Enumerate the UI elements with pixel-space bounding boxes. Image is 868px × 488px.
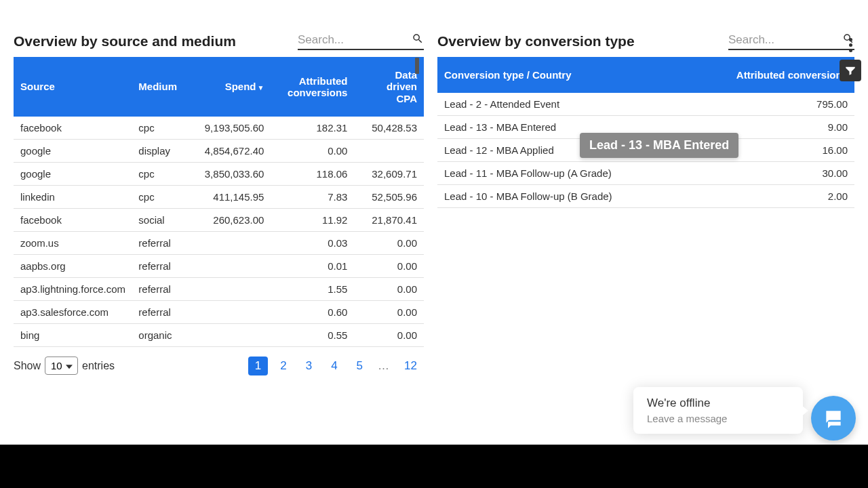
row-tooltip: Lead - 13 - MBA Entered bbox=[580, 133, 738, 158]
search-icon[interactable] bbox=[412, 33, 424, 47]
cell-attr: 7.83 bbox=[271, 185, 354, 208]
chat-fab[interactable] bbox=[811, 396, 856, 441]
table-row[interactable]: facebook social 260,623.00 11.92 21,870.… bbox=[14, 208, 424, 231]
cell-spend bbox=[195, 300, 271, 323]
cell-spend bbox=[195, 231, 271, 254]
panel-conversion-type: Overview by conversion type Conversion t… bbox=[437, 33, 854, 375]
cell-medium: referral bbox=[132, 254, 194, 277]
table-row[interactable]: Lead - 10 - MBA Follow-up (B Grade) 2.00 bbox=[437, 185, 854, 208]
pagination: 1 2 3 4 5 … 12 bbox=[248, 357, 424, 375]
cell-spend: 411,145.95 bbox=[195, 185, 271, 208]
page-1[interactable]: 1 bbox=[248, 357, 268, 375]
cell-source: aapbs.org bbox=[14, 254, 132, 277]
cell-cpa: 0.00 bbox=[354, 323, 424, 346]
cell-source: facebook bbox=[14, 208, 132, 231]
cell-spend bbox=[195, 277, 271, 300]
table-footer: Show 10 entries 1 2 3 4 5 … 12 bbox=[14, 357, 424, 375]
table-source-medium: Source Medium Spend▼ Attributedconversio… bbox=[14, 57, 424, 347]
sort-desc-icon: ▼ bbox=[257, 84, 264, 92]
chat-widget[interactable]: We're offline Leave a message bbox=[633, 387, 803, 434]
table-row[interactable]: linkedin cpc 411,145.95 7.83 52,505.96 bbox=[14, 185, 424, 208]
cell-medium: referral bbox=[132, 300, 194, 323]
cell-source: bing bbox=[14, 323, 132, 346]
cell-medium: organic bbox=[132, 323, 194, 346]
table-row[interactable]: facebook cpc 9,193,505.60 182.31 50,428.… bbox=[14, 117, 424, 140]
cell-source: ap3.lightning.force.com bbox=[14, 277, 132, 300]
table-row[interactable]: bing organic 0.55 0.00 bbox=[14, 323, 424, 346]
th-cpa[interactable]: DatadrivenCPA bbox=[354, 57, 424, 117]
page-2[interactable]: 2 bbox=[273, 357, 293, 375]
panel-source-medium: Overview by source and medium Source Med… bbox=[14, 33, 424, 375]
chat-status: We're offline bbox=[647, 396, 789, 410]
filter-button[interactable] bbox=[840, 60, 861, 81]
table-row[interactable]: google display 4,854,672.40 0.00 bbox=[14, 139, 424, 162]
cell-conv-type: Lead - 11 - MBA Follow-up (A Grade) bbox=[437, 162, 709, 185]
cell-cpa: 21,870.41 bbox=[354, 208, 424, 231]
cell-cpa: 50,428.53 bbox=[354, 117, 424, 140]
search-input-left[interactable] bbox=[298, 33, 406, 47]
table-row[interactable]: Lead - 2 - Attended Event 795.00 bbox=[437, 93, 854, 116]
cell-medium: cpc bbox=[132, 185, 194, 208]
th-attributed[interactable]: Attributedconversions bbox=[271, 57, 354, 117]
chat-subtitle: Leave a message bbox=[647, 413, 789, 424]
cell-attr: 0.00 bbox=[271, 139, 354, 162]
cell-cpa: 0.00 bbox=[354, 231, 424, 254]
cell-cpa: 0.00 bbox=[354, 254, 424, 277]
cell-source: facebook bbox=[14, 117, 132, 140]
panel-header-left: Overview by source and medium bbox=[14, 33, 424, 50]
cell-spend: 3,850,033.60 bbox=[195, 162, 271, 185]
th-spend[interactable]: Spend▼ bbox=[195, 57, 271, 117]
table-row[interactable]: zoom.us referral 0.03 0.00 bbox=[14, 231, 424, 254]
cell-medium: referral bbox=[132, 277, 194, 300]
th-medium[interactable]: Medium bbox=[132, 57, 194, 117]
cell-source: ap3.salesforce.com bbox=[14, 300, 132, 323]
cell-medium: referral bbox=[132, 231, 194, 254]
page-5[interactable]: 5 bbox=[350, 357, 370, 375]
cell-source: linkedin bbox=[14, 185, 132, 208]
cell-conv-type: Lead - 2 - Attended Event bbox=[437, 93, 709, 116]
cell-attr: 0.01 bbox=[271, 254, 354, 277]
cell-source: zoom.us bbox=[14, 231, 132, 254]
chat-icon bbox=[823, 407, 844, 429]
show-label: Show bbox=[14, 360, 41, 372]
cell-attr: 1.55 bbox=[271, 277, 354, 300]
table-row[interactable]: ap3.salesforce.com referral 0.60 0.00 bbox=[14, 300, 424, 323]
cell-cpa: 52,505.96 bbox=[354, 185, 424, 208]
entries-select[interactable]: 10 bbox=[45, 357, 78, 375]
cell-spend: 4,854,672.40 bbox=[195, 139, 271, 162]
column-resize-handle[interactable] bbox=[415, 58, 419, 74]
cell-spend: 260,623.00 bbox=[195, 208, 271, 231]
cell-conv-value: 2.00 bbox=[709, 185, 854, 208]
table-row[interactable]: aapbs.org referral 0.01 0.00 bbox=[14, 254, 424, 277]
cell-source: google bbox=[14, 139, 132, 162]
th-conv-type[interactable]: Conversion type / Country bbox=[437, 57, 709, 93]
cell-conv-value: 30.00 bbox=[709, 162, 854, 185]
cell-source: google bbox=[14, 162, 132, 185]
table-row[interactable]: google cpc 3,850,033.60 118.06 32,609.71 bbox=[14, 162, 424, 185]
kebab-menu-icon[interactable] bbox=[842, 37, 859, 53]
cell-attr: 118.06 bbox=[271, 162, 354, 185]
cell-cpa bbox=[354, 139, 424, 162]
cell-attr: 11.92 bbox=[271, 208, 354, 231]
page-12[interactable]: 12 bbox=[397, 357, 424, 375]
cell-medium: cpc bbox=[132, 117, 194, 140]
cell-spend: 9,193,505.60 bbox=[195, 117, 271, 140]
page-4[interactable]: 4 bbox=[324, 357, 344, 375]
panel-right-controls bbox=[840, 37, 861, 81]
th-source[interactable]: Source bbox=[14, 57, 132, 117]
table-row[interactable]: Lead - 11 - MBA Follow-up (A Grade) 30.0… bbox=[437, 162, 854, 185]
cell-medium: cpc bbox=[132, 162, 194, 185]
search-input-right[interactable] bbox=[728, 33, 837, 47]
entries-label: entries bbox=[82, 360, 115, 372]
cell-attr: 0.03 bbox=[271, 231, 354, 254]
th-attr-conv[interactable]: Attributed conversions bbox=[709, 57, 854, 93]
search-wrap-right bbox=[728, 33, 854, 50]
cell-attr: 0.55 bbox=[271, 323, 354, 346]
cell-medium: display bbox=[132, 139, 194, 162]
search-wrap-left bbox=[298, 33, 424, 50]
cell-medium: social bbox=[132, 208, 194, 231]
cell-cpa: 0.00 bbox=[354, 300, 424, 323]
page-3[interactable]: 3 bbox=[299, 357, 319, 375]
cell-cpa: 0.00 bbox=[354, 277, 424, 300]
table-row[interactable]: ap3.lightning.force.com referral 1.55 0.… bbox=[14, 277, 424, 300]
